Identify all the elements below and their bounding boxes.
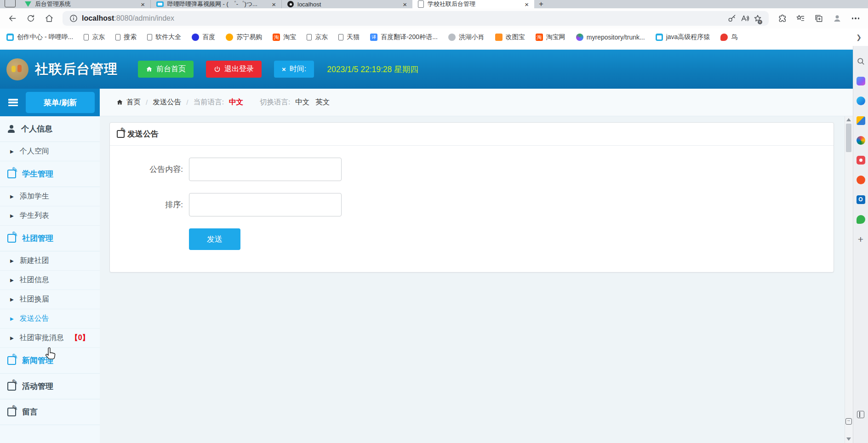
bookmark-item[interactable]: myrepository/trunk... <box>576 34 645 41</box>
announcement-content-input[interactable] <box>189 158 342 181</box>
bookmark-item[interactable]: 百度 <box>192 33 215 41</box>
add-app-icon[interactable]: + <box>857 235 865 244</box>
tab-bilibili[interactable]: 哔哩哔哩弹幕视频网 - ( ゜-゜)つ... × <box>150 0 281 8</box>
send-button[interactable]: 发送 <box>189 228 240 250</box>
front-home-button[interactable]: 前台首页 <box>138 61 194 78</box>
collections-icon[interactable] <box>811 11 827 26</box>
new-tab-button[interactable]: + <box>539 0 543 8</box>
taobao-icon: 淘 <box>273 34 280 41</box>
breadcrumb-home-link[interactable]: 首页 <box>116 97 141 107</box>
bookmark-item[interactable]: 软件大全 <box>147 33 181 41</box>
bookmark-item[interactable]: 改图宝 <box>495 33 525 41</box>
page-title: 社联后台管理 <box>35 60 118 79</box>
tab-school-admin-active[interactable]: 学校社联后台管理 × <box>412 0 534 8</box>
suning-icon <box>226 34 233 41</box>
language-link-chinese[interactable]: 中文 <box>295 97 309 107</box>
drop-icon[interactable] <box>857 215 865 224</box>
bookmark-item[interactable]: 京东 <box>84 33 105 41</box>
translate-icon: 译 <box>370 34 377 41</box>
refresh-icon[interactable] <box>23 11 39 26</box>
add-favorite-icon[interactable]: + <box>751 11 764 26</box>
sidebar-section-messages[interactable]: ✎ 留言 <box>0 399 100 425</box>
sidebar-item-label: 发送公告 <box>20 314 49 324</box>
bookmark-item[interactable]: 译百度翻译-200种语... <box>370 33 438 41</box>
games-icon[interactable] <box>857 136 865 145</box>
settings-menu-icon[interactable] <box>848 11 863 26</box>
url-host: localhost <box>82 14 114 22</box>
sidebar-section-news-mgmt[interactable]: ✎ 新闻管理 <box>0 348 100 374</box>
profile-avatar[interactable] <box>829 11 845 26</box>
sidebar-reveal-icon[interactable] <box>845 418 852 425</box>
bookmark-item[interactable]: 淘淘宝网 <box>536 33 565 41</box>
scrollbar-thumb[interactable] <box>846 124 851 152</box>
tab-localhost[interactable]: localhost × <box>281 0 412 8</box>
sidebar-item-student-list[interactable]: ▶ 学生列表 <box>0 206 100 226</box>
menu-refresh-button[interactable]: 菜单/刷新 <box>26 92 95 113</box>
essentials-icon[interactable] <box>857 176 865 184</box>
tab-close-icon[interactable]: × <box>524 0 530 8</box>
sidebar-section-club-mgmt[interactable]: ✎ 社团管理 <box>0 226 100 251</box>
hamburger-icon[interactable] <box>8 99 18 106</box>
site-info-icon[interactable] <box>67 11 80 26</box>
bookmark-label: 创作中心 - 哔哩哔... <box>17 33 73 41</box>
read-aloud-icon[interactable] <box>738 11 751 26</box>
bookmark-item[interactable]: 洪湖小肖 <box>448 33 485 41</box>
bookmark-item[interactable]: 创作中心 - 哔哩哔... <box>6 33 73 41</box>
bookmark-label: java高级程序猿 <box>666 33 710 41</box>
time-button[interactable]: × 时间: <box>274 61 314 78</box>
bookmark-item[interactable]: java高级程序猿 <box>656 33 710 41</box>
logout-button[interactable]: 退出登录 <box>206 61 262 78</box>
sidebar-item-club-info[interactable]: ▶ 社团信息 <box>0 271 100 290</box>
bookmark-item[interactable]: 鸟 <box>720 33 737 41</box>
sidebar-section-student-mgmt[interactable]: ✎ 学生管理 <box>0 161 100 187</box>
bookmark-item[interactable]: 搜索 <box>115 33 137 41</box>
page-icon <box>84 34 89 40</box>
tab-admin-system[interactable]: 后台管理系统 × <box>19 0 150 8</box>
bookmarks-overflow-chevron[interactable]: ❯ <box>856 34 862 41</box>
favorites-hub-icon[interactable] <box>793 11 808 26</box>
edge-sidebar: O + <box>853 46 868 443</box>
copilot-icon[interactable] <box>857 77 865 85</box>
sidebar-section-personal-info[interactable]: 个人信息 <box>0 116 100 142</box>
language-link-english[interactable]: 英文 <box>315 97 330 107</box>
sidebar-item-club-approval-messages[interactable]: ▶ 社团审批消息 【0】 <box>0 329 100 348</box>
sidebar-item-add-student[interactable]: ▶ 添加学生 <box>0 187 100 206</box>
content-scrollbar[interactable] <box>845 116 853 443</box>
tab-close-icon[interactable]: × <box>402 0 408 8</box>
sidebar-toggle-icon[interactable] <box>857 411 864 418</box>
repository-icon <box>576 34 583 41</box>
power-icon <box>214 66 221 73</box>
extensions-icon[interactable] <box>774 11 790 26</box>
search-icon[interactable] <box>857 57 865 66</box>
favorites-red-icon[interactable] <box>857 156 865 165</box>
bookmark-label: 改图宝 <box>506 33 525 41</box>
sidebar-item-new-club[interactable]: ▶ 新建社团 <box>0 251 100 271</box>
password-key-icon[interactable] <box>725 11 738 26</box>
caret-right-icon: ▶ <box>10 213 14 218</box>
bookmark-item[interactable]: 苏宁易购 <box>226 33 262 41</box>
bookmark-item[interactable]: 淘淘宝 <box>273 33 296 41</box>
sort-label: 排序: <box>116 199 189 210</box>
sidebar-item-club-transition[interactable]: ▶ 社团换届 <box>0 290 100 309</box>
sidebar-item-send-announcement[interactable]: ▶ 发送公告 <box>0 309 100 329</box>
sort-input[interactable] <box>189 193 342 216</box>
microsoft365-icon[interactable] <box>857 116 865 125</box>
back-icon[interactable] <box>5 11 20 26</box>
address-bar[interactable]: localhost:8080/admin/index + <box>63 11 769 26</box>
tab-actions-icon[interactable] <box>5 0 16 7</box>
url-text[interactable]: localhost:8080/admin/index <box>82 14 725 23</box>
tab-close-icon[interactable]: × <box>271 0 277 8</box>
tab-close-icon[interactable]: × <box>140 0 146 8</box>
shopping-icon[interactable] <box>857 97 865 105</box>
outlook-icon[interactable]: O <box>857 195 865 204</box>
home-icon[interactable] <box>41 11 57 26</box>
breadcrumb-separator: / <box>186 98 188 107</box>
sidebar-item-personal-space[interactable]: ▶ 个人空间 <box>0 142 100 161</box>
bookmark-item[interactable]: 天猫 <box>338 33 360 41</box>
sidebar-section-activity-mgmt[interactable]: ✎ 活动管理 <box>0 374 100 399</box>
scrollbar-down-button[interactable] <box>846 437 851 441</box>
scrollbar-up-button[interactable] <box>846 118 851 121</box>
bookmark-item[interactable]: 京东 <box>307 33 328 41</box>
bookmark-label: 京东 <box>92 33 105 41</box>
x-icon: × <box>282 65 286 73</box>
